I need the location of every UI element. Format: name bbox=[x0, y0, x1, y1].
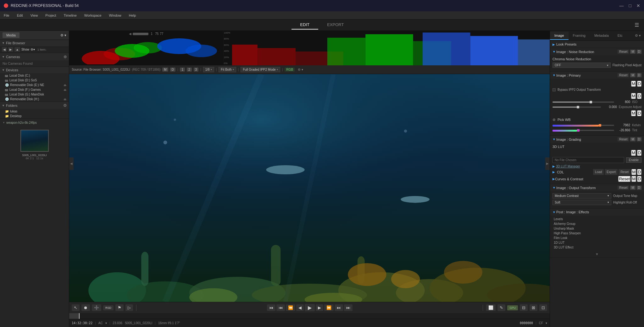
fwd-frame-button[interactable]: ▶ bbox=[316, 304, 323, 311]
right-tab-etc[interactable]: Etc bbox=[613, 32, 627, 40]
menu-timeline[interactable]: Timeline bbox=[63, 13, 78, 18]
view3-button[interactable]: ⊡ bbox=[539, 304, 547, 311]
device-item-e[interactable]: 💿 Removable Disk (E:) NE ⏏ bbox=[0, 83, 69, 87]
kelvin-slider[interactable] bbox=[552, 125, 614, 126]
output-transform-reset-button[interactable]: Reset bbox=[618, 186, 629, 190]
noise-reduction-header[interactable]: ▼ Image : Noise Reduction Reset M D bbox=[550, 48, 644, 55]
flag-button[interactable]: ⚑ bbox=[115, 304, 124, 311]
exposure-slider[interactable] bbox=[552, 106, 601, 108]
menu-help[interactable]: Help bbox=[128, 13, 137, 18]
output-transform-m-button[interactable]: M bbox=[630, 186, 635, 190]
iso-slider[interactable] bbox=[552, 101, 614, 103]
device-item-c[interactable]: 🖴 Local Disk (C:) bbox=[0, 73, 69, 78]
effect-alchemy-group[interactable]: Alchemy Group bbox=[552, 221, 641, 226]
output-transform-header[interactable]: ▼ Image : Output Transform Reset M D bbox=[550, 184, 644, 191]
grading-header[interactable]: ▼ Image : Grading Reset M D bbox=[550, 136, 644, 143]
cdl-reset-button[interactable]: Reset bbox=[619, 169, 630, 175]
output-transform-d-button[interactable]: D bbox=[637, 186, 641, 190]
add-button[interactable]: ➕ bbox=[92, 304, 101, 311]
fb-forward-button[interactable]: ▶ bbox=[8, 47, 13, 52]
clip-thumbnail[interactable] bbox=[20, 130, 49, 152]
effect-unsharp-mask[interactable]: Unsharp Mask bbox=[552, 226, 641, 231]
lut-manager-link[interactable]: 3D LUT Manager bbox=[556, 165, 580, 168]
window-controls[interactable]: — □ ✕ bbox=[619, 3, 640, 8]
curves-d-button[interactable]: D bbox=[637, 176, 641, 182]
effect-1d-lut[interactable]: 1D LUT bbox=[552, 240, 641, 245]
cdl-m-button[interactable]: M bbox=[631, 169, 636, 175]
minimize-button[interactable]: — bbox=[619, 3, 624, 8]
primary-header[interactable]: ▼ Image : Primary Reset M D bbox=[550, 72, 644, 79]
badge-d[interactable]: D bbox=[170, 68, 175, 72]
add-camera-icon[interactable]: ⊕ bbox=[64, 54, 67, 59]
post-effects-header[interactable]: ▼ Post : Image : Effects bbox=[550, 209, 644, 215]
folder-lukas[interactable]: 📁 lukas bbox=[0, 109, 69, 114]
progress-bar[interactable] bbox=[69, 313, 550, 319]
contrast-dropdown[interactable]: Medium Contrast ▾ bbox=[552, 193, 611, 199]
noise-reduction-reset-button[interactable]: Reset bbox=[618, 50, 629, 54]
record-button[interactable]: ⏺ bbox=[81, 304, 90, 311]
primary-md2-d-button[interactable]: D bbox=[637, 93, 641, 99]
play-button[interactable]: ▶ bbox=[305, 304, 315, 311]
menu-workspace[interactable]: Workspace bbox=[83, 13, 103, 18]
lut-file-input[interactable] bbox=[552, 157, 624, 163]
goto-end-button[interactable]: ⏭ bbox=[344, 304, 353, 311]
kelvin-thumb[interactable] bbox=[599, 124, 601, 127]
curves-reset-button[interactable]: Reset bbox=[618, 176, 630, 182]
scale-dropdown[interactable]: 1/8 ▾ bbox=[203, 67, 214, 72]
right-collapse-arrow[interactable]: ▶ bbox=[545, 157, 550, 170]
sidebar-gear-icon[interactable]: ⚙ ▾ bbox=[60, 33, 66, 37]
close-button[interactable]: ✕ bbox=[636, 3, 640, 8]
tint-thumb[interactable] bbox=[577, 129, 580, 132]
ffwd-button[interactable]: ⏩ bbox=[324, 304, 334, 311]
effect-3d-lut-effect[interactable]: 3D LUT Effect bbox=[552, 245, 641, 250]
next-clip-button[interactable]: ⏭ bbox=[335, 304, 343, 311]
scroll-down-arrow[interactable]: ▼ bbox=[550, 251, 644, 257]
viewer-settings-icon[interactable]: ⚙ ▾ bbox=[298, 68, 303, 71]
fb-back-button[interactable]: ◀ bbox=[2, 47, 7, 52]
edit-tool-button[interactable]: ✎ bbox=[497, 304, 505, 311]
exposure-d-button[interactable]: D bbox=[637, 110, 641, 116]
lut-d-button[interactable]: D bbox=[637, 150, 641, 156]
fb-up-button[interactable]: ▲ bbox=[14, 47, 20, 52]
device-item-f[interactable]: 🖴 Local Disk (F:) Games ⏏ bbox=[0, 87, 69, 92]
cursor-tool-button[interactable]: ↖ bbox=[72, 304, 80, 311]
view2-button[interactable]: ⊠ bbox=[530, 304, 537, 311]
prev-clip-button[interactable]: ⏮ bbox=[276, 304, 285, 311]
lut-enable-button[interactable]: Enable bbox=[626, 157, 641, 163]
grading-m-button[interactable]: M bbox=[630, 137, 635, 141]
left-scroll-arrow[interactable]: ◀ bbox=[129, 32, 131, 35]
effect-high-pass-sharpen[interactable]: High Pass Sharpen bbox=[552, 231, 641, 236]
eject-icon-f[interactable]: ⏏ bbox=[64, 88, 66, 91]
color-mode-badge[interactable]: RGB bbox=[285, 68, 295, 72]
right-tab-framing[interactable]: Framing bbox=[569, 32, 590, 40]
tint-slider[interactable] bbox=[552, 130, 614, 131]
folder-desktop[interactable]: 📁 Desktop bbox=[0, 114, 69, 118]
grading-reset-button[interactable]: Reset bbox=[618, 137, 629, 141]
folders-header[interactable]: ▼ Folders ⚙ bbox=[0, 102, 69, 109]
badge-1[interactable]: 1 bbox=[180, 68, 185, 72]
tab-edit[interactable]: EDIT bbox=[291, 20, 319, 30]
look-presets-header[interactable]: ▶ Look Presets bbox=[550, 41, 644, 48]
cdl-d-button[interactable]: D bbox=[637, 169, 641, 175]
right-tab-image[interactable]: Image bbox=[550, 32, 569, 40]
menu-view[interactable]: View bbox=[29, 13, 39, 18]
badge-2[interactable]: 2 bbox=[187, 68, 192, 72]
primary-d-button[interactable]: D bbox=[637, 73, 641, 77]
back-frame-button[interactable]: ◀ bbox=[296, 304, 304, 311]
rsd-button[interactable]: RSD bbox=[103, 305, 114, 310]
iso-thumb[interactable] bbox=[590, 101, 592, 103]
lut-m-button[interactable]: M bbox=[631, 150, 636, 156]
bypass-checkbox[interactable] bbox=[552, 88, 556, 91]
primary-reset-button[interactable]: Reset bbox=[618, 73, 629, 77]
nr-dropdown[interactable]: OFF ▾ bbox=[552, 63, 611, 68]
effect-film-look[interactable]: Film Look bbox=[552, 236, 641, 240]
badge-m[interactable]: M bbox=[162, 68, 168, 72]
monitor-button[interactable]: ⬜ bbox=[486, 304, 496, 311]
crosshair-icon[interactable]: ⊕ bbox=[552, 117, 556, 122]
menu-file[interactable]: File bbox=[3, 13, 11, 18]
gpu-button[interactable]: GPU bbox=[507, 305, 518, 310]
dropdown-ac-arrow[interactable]: ▾ bbox=[105, 321, 107, 325]
right-panel-gear-icon[interactable]: ⚙ ▾ bbox=[632, 34, 644, 38]
exposure-thumb[interactable] bbox=[577, 106, 579, 108]
goto-start-button[interactable]: ⏮ bbox=[267, 304, 275, 311]
